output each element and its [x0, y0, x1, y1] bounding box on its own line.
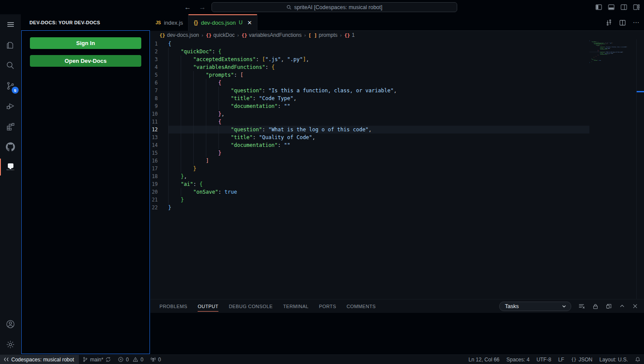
sidebar-item-run-debug[interactable] [0, 96, 21, 116]
account-button[interactable] [0, 314, 21, 334]
breadcrumb-quickdoc[interactable]: {}quickDoc [206, 32, 235, 38]
lock-scrolling-icon[interactable] [592, 303, 598, 309]
open-output-in-editor-icon[interactable] [606, 303, 612, 309]
code-line[interactable]: 18}, [150, 172, 589, 180]
command-center-search[interactable]: spriteAI [Codespaces: musical robot] [211, 2, 457, 12]
sidebar-item-devdocs[interactable]: Dev-Docs [0, 157, 21, 177]
tab-label: index.js [164, 20, 183, 26]
close-tab-icon[interactable]: ✕ [247, 20, 252, 26]
tab-index-js[interactable]: JS index.js [150, 14, 189, 31]
eol-setting[interactable]: LF [555, 355, 568, 364]
branch-indicator[interactable]: main* [79, 355, 115, 364]
code-line[interactable]: 19"ai": { [150, 180, 589, 188]
code-line[interactable]: 8"title": "Code Type", [150, 94, 589, 102]
output-content[interactable] [150, 313, 644, 354]
sidebar-item-github[interactable] [0, 136, 21, 157]
line-number: 16 [150, 157, 168, 165]
code-line[interactable]: 12"question": "What is the log o of this… [150, 126, 589, 133]
close-panel-icon[interactable] [632, 303, 638, 309]
remote-indicator[interactable]: Codespaces: musical robot [0, 355, 79, 364]
ports-indicator[interactable]: 0 [147, 355, 165, 364]
line-number: 12 [150, 126, 168, 133]
clear-output-icon[interactable] [579, 303, 585, 309]
code-line[interactable]: 20"onSave": true [150, 188, 589, 196]
breadcrumb-file[interactable]: {}dev-docs.json [159, 32, 199, 38]
open-changes-icon[interactable] [605, 19, 612, 26]
panel-tab-terminal[interactable]: TERMINAL [283, 299, 309, 313]
encoding-setting[interactable]: UTF-8 [533, 355, 555, 364]
toggle-panel-icon[interactable] [608, 4, 615, 10]
breadcrumb-prompts[interactable]: [ ]prompts [309, 32, 338, 38]
code-line[interactable]: 16] [150, 157, 589, 165]
search-icon [286, 5, 292, 10]
sign-in-button[interactable]: Sign In [30, 37, 141, 49]
code-line[interactable]: 3"acceptedExtensions": [".js", ".py"], [150, 55, 589, 63]
nav-forward-icon[interactable]: → [199, 3, 206, 11]
git-status-untracked: U [239, 20, 243, 26]
output-channel-dropdown[interactable]: Tasks [499, 302, 571, 311]
breadcrumb-index-1[interactable]: {}1 [344, 32, 355, 38]
panel-tab-comments[interactable]: COMMENTS [347, 299, 376, 313]
code-line[interactable]: 17} [150, 165, 589, 172]
chevron-down-icon [562, 304, 566, 309]
code-line[interactable]: 6{ [150, 79, 589, 87]
breadcrumb-variablesandfunctions[interactable]: {}variablesAndFunctions [241, 32, 302, 38]
remote-icon [3, 357, 9, 362]
code-line: } [589, 62, 633, 63]
line-number: 5 [150, 71, 168, 79]
code-line[interactable]: 14"documentation": "" [150, 141, 589, 149]
indentation-setting[interactable]: Spaces: 4 [503, 355, 533, 364]
maximize-panel-icon[interactable] [619, 303, 625, 309]
code-line[interactable]: 10}, [150, 110, 589, 118]
code-line[interactable]: 21} [150, 196, 589, 204]
code-line[interactable]: 5"prompts": [ [150, 71, 589, 79]
code-line[interactable]: 7"question": "Is this a function, class,… [150, 87, 589, 94]
minimap[interactable]: {"quickDoc": {"acceptedExtensions": [".j… [589, 40, 633, 298]
status-bar: Codespaces: musical robot main* 0 0 0 Ln… [0, 354, 644, 364]
panel-tab-output[interactable]: OUTPUT [198, 299, 218, 313]
split-editor-icon[interactable] [619, 20, 626, 26]
code-line[interactable]: 22} [150, 204, 589, 211]
panel-tab-ports[interactable]: PORTS [319, 299, 336, 313]
code-editor[interactable]: 1{2"quickDoc": {3"acceptedExtensions": [… [150, 39, 644, 299]
open-devdocs-button[interactable]: Open Dev-Docs [30, 55, 141, 67]
symbol-object-icon: {} [344, 32, 350, 38]
scm-badge: 5 [12, 87, 19, 94]
language-mode[interactable]: {} JSON [568, 355, 596, 364]
keyboard-layout[interactable]: Layout: U.S. [596, 355, 631, 364]
code-line[interactable]: 9"documentation": "" [150, 102, 589, 110]
toggle-sidebar-icon[interactable] [595, 4, 602, 10]
code-line[interactable]: 4"variablesAndFunctions": { [150, 63, 589, 71]
notifications-button[interactable] [631, 355, 644, 364]
customize-layout-icon[interactable] [633, 4, 640, 10]
code-line[interactable]: 13"title": "Quality of Code", [150, 133, 589, 141]
code-line[interactable]: 1{ [150, 40, 589, 48]
cursor-position[interactable]: Ln 12, Col 66 [465, 355, 503, 364]
bottom-panel: PROBLEMS OUTPUT DEBUG CONSOLE TERMINAL P… [150, 299, 644, 354]
settings-button[interactable] [0, 334, 21, 354]
symbol-array-icon: [ ] [309, 32, 317, 38]
sidebar-item-source-control[interactable]: 5 [0, 75, 21, 96]
problems-indicator[interactable]: 0 0 [114, 355, 146, 364]
breadcrumb-separator: › [237, 32, 239, 38]
sidebar-item-search[interactable] [0, 55, 21, 75]
nav-back-icon[interactable]: ← [184, 3, 191, 11]
panel-tab-problems[interactable]: PROBLEMS [159, 299, 187, 313]
code-line[interactable]: 15} [150, 149, 589, 157]
panel-tab-debug-console[interactable]: DEBUG CONSOLE [229, 299, 273, 313]
more-actions-icon[interactable]: ⋯ [633, 19, 640, 26]
tab-dev-docs-json[interactable]: {} dev-docs.json U ✕ [189, 14, 257, 31]
line-number: 19 [150, 180, 168, 188]
code-line[interactable]: 11{ [150, 118, 589, 126]
line-number: 7 [150, 87, 168, 94]
line-number: 10 [150, 110, 168, 118]
toggle-secondary-sidebar-icon[interactable] [621, 4, 627, 10]
sidebar-item-explorer[interactable] [0, 35, 21, 55]
code-line[interactable]: 2"quickDoc": { [150, 48, 589, 55]
line-number: 11 [150, 118, 168, 126]
code-content[interactable]: 1{2"quickDoc": {3"acceptedExtensions": [… [150, 40, 589, 211]
devdocs-webview: Sign In Open Dev-Docs [21, 30, 150, 354]
sidebar-item-extensions[interactable] [0, 116, 21, 136]
run-debug-icon [6, 101, 15, 111]
menu-button[interactable] [0, 14, 21, 35]
